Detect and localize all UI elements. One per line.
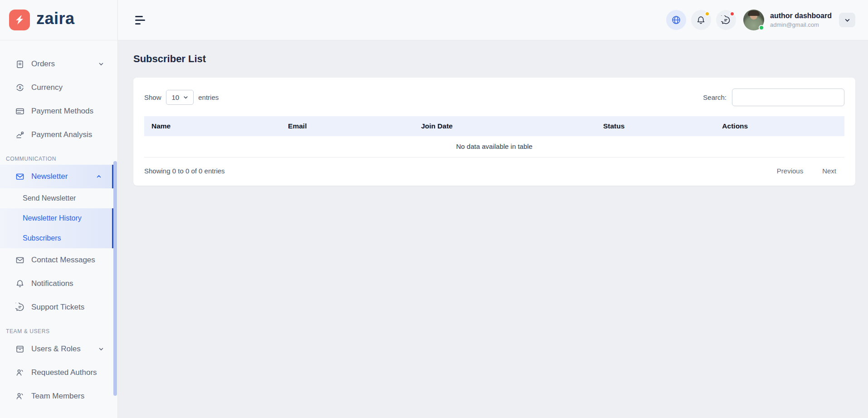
topbar-actions: author dashboard admin@gmail.com [661, 10, 855, 30]
sidebar-subitem-send-newsletter[interactable]: Send Newsletter [0, 188, 114, 208]
sidebar-item-team-members[interactable]: Team Members [0, 384, 114, 408]
sidebar: zaira Orders $ Currency [0, 0, 118, 418]
chevron-down-icon [183, 94, 189, 100]
pagination: Previous Next [777, 167, 844, 175]
subscriber-table: Name Email Join Date Status Actions No d… [144, 116, 844, 157]
sidebar-item-requested-authors[interactable]: Requested Authors [0, 361, 114, 384]
next-page-button[interactable]: Next [822, 167, 836, 175]
column-header-status[interactable]: Status [596, 116, 715, 136]
content-column: author dashboard admin@gmail.com Subscri… [118, 0, 868, 418]
brand-wordmark: zaira [36, 10, 75, 30]
sidebar-item-contact-messages[interactable]: Contact Messages [0, 248, 114, 272]
chat-bubble-icon [15, 303, 24, 312]
sidebar-subitem-subscribers[interactable]: Subscribers [0, 228, 114, 248]
chat-bubble-icon [721, 15, 731, 25]
user-name: author dashboard [770, 12, 832, 20]
subscriber-table-card: Show 10 entries Search: [133, 78, 855, 186]
sidebar-item-label: Notifications [31, 279, 73, 288]
sidebar-item-label: Payment Analysis [31, 130, 92, 139]
bell-icon [696, 15, 706, 25]
mail-icon [15, 172, 24, 181]
main-content: Subscriber List Show 10 entries [118, 40, 868, 418]
user-voice-icon [15, 392, 24, 401]
page-size-group: Show 10 entries [144, 90, 219, 105]
sidebar-item-payment-methods[interactable]: Payment Methods [0, 99, 114, 123]
archive-box-icon [15, 344, 24, 354]
hamburger-menu-icon[interactable] [133, 14, 147, 26]
notification-badge-dot [705, 11, 710, 16]
sidebar-item-label: Users & Roles [31, 344, 81, 354]
table-header-row: Name Email Join Date Status Actions [144, 116, 844, 136]
entries-label: entries [198, 93, 219, 101]
sidebar-subitem-label: Send Newsletter [23, 194, 76, 202]
sidebar-item-notifications[interactable]: Notifications [0, 272, 114, 295]
sidebar-item-orders[interactable]: Orders [0, 52, 114, 76]
column-header-name[interactable]: Name [144, 116, 281, 136]
user-info[interactable]: author dashboard admin@gmail.com [770, 12, 832, 28]
bell-icon [15, 279, 24, 288]
notifications-button[interactable] [691, 10, 711, 30]
search-input[interactable] [732, 89, 844, 106]
sidebar-item-payment-analysis[interactable]: Payment Analysis [0, 123, 114, 147]
user-email: admin@gmail.com [770, 21, 832, 28]
sidebar-item-label: Newsletter [31, 172, 68, 181]
brand-logo-icon [9, 10, 30, 30]
chevron-down-icon [98, 346, 104, 352]
sidebar-item-users-roles[interactable]: Users & Roles [0, 337, 114, 361]
language-button[interactable] [666, 10, 686, 30]
user-voice-icon [15, 368, 24, 377]
sidebar-item-label: Contact Messages [31, 256, 95, 265]
mail-icon [15, 256, 24, 265]
sidebar-section-team-users: TEAM & USERS [6, 328, 114, 334]
page-size-select[interactable]: 10 [166, 90, 194, 105]
sidebar-item-label: Support Tickets [31, 303, 84, 312]
show-label: Show [144, 93, 161, 101]
entries-summary: Showing 0 to 0 of 0 entries [144, 167, 225, 175]
search-group: Search: [703, 89, 844, 106]
previous-page-button[interactable]: Previous [777, 167, 803, 175]
user-menu-button[interactable] [839, 13, 855, 27]
table-footer: Showing 0 to 0 of 0 entries Previous Nex… [144, 167, 844, 175]
sidebar-scrollbar[interactable] [113, 161, 117, 396]
chevron-up-icon [96, 173, 102, 180]
sidebar-item-support-tickets[interactable]: Support Tickets [0, 295, 114, 319]
sidebar-item-newsletter[interactable]: Newsletter [0, 165, 114, 188]
sidebar-item-label: Payment Methods [31, 107, 93, 116]
globe-icon [671, 15, 681, 25]
currency-exchange-icon: $ [15, 83, 24, 92]
sidebar-subitem-label: Subscribers [23, 234, 61, 242]
brand-logo[interactable]: zaira [0, 0, 117, 40]
sidebar-item-label: Requested Authors [31, 368, 97, 377]
app-shell: zaira Orders $ Currency [0, 0, 868, 418]
chevron-down-icon [98, 61, 104, 67]
chevron-down-icon [844, 17, 851, 24]
sidebar-item-label: Currency [31, 83, 63, 92]
sidebar-item-label: Orders [31, 59, 55, 69]
page-title: Subscriber List [133, 53, 855, 65]
message-badge-dot [730, 11, 735, 16]
page-size-value: 10 [172, 93, 180, 101]
credit-card-icon [15, 107, 24, 116]
sidebar-subitem-newsletter-history[interactable]: Newsletter History [0, 208, 114, 228]
sidebar-nav: Orders $ Currency Payment Methods [0, 40, 114, 418]
column-header-join-date[interactable]: Join Date [414, 116, 595, 136]
column-header-actions[interactable]: Actions [715, 116, 844, 136]
topbar: author dashboard admin@gmail.com [118, 0, 868, 40]
sidebar-item-label: Team Members [31, 392, 84, 401]
column-header-email[interactable]: Email [281, 116, 414, 136]
online-status-dot [759, 25, 764, 30]
sidebar-subitem-label: Newsletter History [23, 214, 82, 222]
table-controls: Show 10 entries Search: [144, 89, 844, 106]
svg-text:$: $ [19, 85, 21, 90]
table-empty-row: No data available in table [144, 136, 844, 157]
user-avatar[interactable] [743, 10, 764, 30]
search-label: Search: [703, 93, 727, 101]
clipboard-icon [15, 59, 24, 69]
empty-state-text: No data available in table [144, 136, 844, 157]
trend-analysis-icon [15, 130, 24, 139]
sidebar-item-currency[interactable]: $ Currency [0, 76, 114, 99]
messages-button[interactable] [716, 10, 736, 30]
sidebar-section-communication: COMMUNICATION [6, 156, 114, 162]
